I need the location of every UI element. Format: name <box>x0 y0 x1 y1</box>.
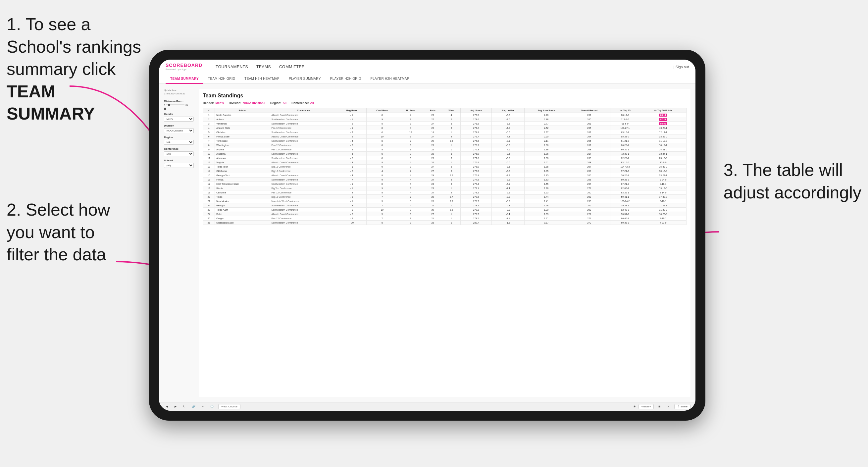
cell-adj-score: 278.2 <box>460 190 492 195</box>
tab-player-h2h-grid[interactable]: PLAYER H2H GRID <box>326 74 366 84</box>
cell-conf-rank: 5 <box>367 122 398 126</box>
view-original-btn[interactable]: View: Original <box>218 404 241 409</box>
table-filters-row: Gender: Men's Division: NCAA Division I … <box>203 101 686 105</box>
toolbar-share2[interactable]: 🔗 <box>190 404 197 409</box>
cell-low-score: 268 <box>568 156 610 160</box>
cell-rank: 23 <box>203 208 215 212</box>
table-row: 23 Texas A&M Southeastern Conference - 9… <box>203 208 686 212</box>
cell-low-score: 266 <box>568 204 610 208</box>
cell-avg-low: 1.86 <box>524 152 568 156</box>
cell-overall: 100-27-1 <box>610 126 640 130</box>
cell-wins: 3 <box>442 156 460 160</box>
cell-avg-to-par: -1.1 <box>492 216 525 221</box>
toolbar-back[interactable]: ◀ <box>164 404 170 409</box>
division-select[interactable]: NCAA Division I <box>164 128 194 133</box>
cell-avg-to-par: -3.5 <box>492 165 525 169</box>
school-select[interactable]: (All) <box>164 163 194 168</box>
cell-conference: Pac-12 Conference <box>270 190 337 195</box>
cell-school: Florida State <box>215 134 270 139</box>
table-row: 2 Auburn Southeastern Conference - 1 9 3… <box>203 117 686 122</box>
tab-team-summary[interactable]: TEAM SUMMARY <box>165 74 203 84</box>
nav-committee[interactable]: COMMITTEE <box>279 65 305 69</box>
cell-school: Arizona <box>215 147 270 152</box>
conference-pill-label: Conference: <box>291 101 309 105</box>
nav-tournaments[interactable]: TOURNAMENTS <box>216 65 248 69</box>
cell-avg-low: 1.98 <box>524 147 568 152</box>
cell-rank: 2 <box>203 117 215 122</box>
toolbar-grid[interactable]: ⊞ <box>656 404 663 409</box>
cell-rnds: 21 <box>423 216 442 221</box>
cell-wins: 0.8 <box>442 199 460 204</box>
cell-record: 11-28-3 <box>640 208 686 212</box>
tab-team-h2h-heatmap[interactable]: TEAM H2H HEATMAP <box>240 74 284 84</box>
region-select[interactable]: N/A <box>164 140 194 145</box>
tab-player-summary[interactable]: PLAYER SUMMARY <box>284 74 326 84</box>
toolbar-refresh[interactable]: ↻ <box>181 404 187 409</box>
bottom-toolbar: ◀ ▶ ↻ 🔗 + 🕐 View: Original 👁 Watch ▾ ⊞ ⤢… <box>159 402 695 411</box>
toolbar-add[interactable]: + <box>200 404 206 409</box>
cell-rank: 6 <box>203 134 215 139</box>
cell-reg-rank: - 2 <box>337 169 366 173</box>
toolbar-clock[interactable]: 🕐 <box>208 404 216 409</box>
cell-conf-rank: 7 <box>367 216 398 221</box>
cell-adj-score: 279.7 <box>460 212 492 216</box>
cell-adj-score: 276.0 <box>460 165 492 169</box>
cell-adj-score: 279.3 <box>460 208 492 212</box>
cell-overall: 97-21-5 <box>610 169 640 173</box>
tab-team-h2h-grid[interactable]: TEAM H2H GRID <box>203 74 240 84</box>
region-filter-label: Region <box>164 136 194 139</box>
main-content: Update time: 27/03/2024 16:56:26 Minimum… <box>159 84 695 402</box>
cell-conference: Atlantic Coast Conference <box>270 134 337 139</box>
cell-conference: Atlantic Coast Conference <box>270 173 337 178</box>
share-btn[interactable]: ⇧ Share <box>674 404 690 409</box>
cell-conf-rank: 6 <box>367 130 398 134</box>
cell-conference: Southeastern Conference <box>270 156 337 160</box>
gender-pill: Gender: Men's <box>203 101 224 105</box>
cell-record: 13-24-1 <box>640 152 686 156</box>
cell-avg-low: 2.88 <box>524 117 568 122</box>
filter-division: Division NCAA Division I <box>164 124 194 133</box>
table-row: 1 North Carolina Atlantic Coast Conferen… <box>203 113 686 117</box>
min-rounds-slider[interactable] <box>166 104 184 105</box>
cell-conference: Southeastern Conference <box>270 130 337 134</box>
cell-rnds: 23 <box>423 143 442 147</box>
sign-out[interactable]: | Sign out <box>674 65 689 69</box>
gender-select[interactable]: Men's <box>164 117 194 122</box>
watch-btn[interactable]: Watch ▾ <box>639 404 654 409</box>
cell-no-tour: 3 <box>398 186 423 190</box>
cell-adj-score: 276.4 <box>460 160 492 165</box>
cell-school: Florida <box>215 178 270 182</box>
cell-reg-rank: - 3 <box>337 195 366 199</box>
update-time-label: Update time: <box>164 89 177 91</box>
table-row: 3 Vanderbilt Southeastern Conference - 2… <box>203 122 686 126</box>
cell-rank: 13 <box>203 165 215 169</box>
cell-record: 89.11 <box>640 113 686 117</box>
cell-adj-score: 275.5 <box>460 139 492 143</box>
table-row: 7 Tennessee Southeastern Conference - 4 … <box>203 139 686 143</box>
cell-overall: 86-25-1 <box>610 143 640 147</box>
toolbar-expand[interactable]: ⤢ <box>665 404 672 409</box>
cell-conf-rank: 9 <box>367 165 398 169</box>
nav-teams[interactable]: TEAMS <box>256 65 271 69</box>
cell-record: 13-13-0 <box>640 186 686 190</box>
cell-rank: 24 <box>203 212 215 216</box>
cell-avg-to-par: -2.0 <box>492 195 525 199</box>
cell-conf-rank: 8 <box>367 221 398 225</box>
table-row: 20 Texas Big 12 Conference - 3 7 7 28 0.… <box>203 195 686 199</box>
tab-player-h2h-heatmap[interactable]: PLAYER H2H HEATMAP <box>366 74 414 84</box>
cell-reg-rank: - 4 <box>337 139 366 143</box>
cell-overall: 63-15-1 <box>610 130 640 134</box>
cell-rnds: 18 <box>423 130 442 134</box>
filter-conference: Conference (All) <box>164 147 194 156</box>
col-reg-rank: Reg Rank <box>337 108 366 113</box>
cell-no-tour: 3 <box>398 212 423 216</box>
filter-region: Region N/A <box>164 136 194 145</box>
cell-avg-to-par: -2.9 <box>492 178 525 182</box>
filter-gender: Gender Men's <box>164 113 194 122</box>
conference-select[interactable]: (All) <box>164 151 194 156</box>
table-body: 1 North Carolina Atlantic Coast Conferen… <box>203 113 686 225</box>
cell-adj-score: 276.3 <box>460 147 492 152</box>
cell-school: California <box>215 190 270 195</box>
cell-reg-rank: - 6 <box>337 156 366 160</box>
toolbar-forward[interactable]: ▶ <box>173 404 179 409</box>
